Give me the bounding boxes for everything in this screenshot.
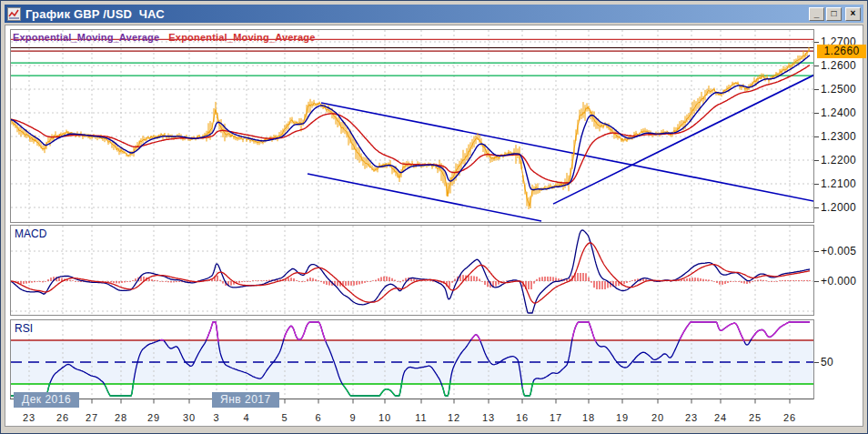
time-axis-label: 3 <box>204 412 229 423</box>
title-bar[interactable]: График GBP /USD ЧАС _ □ × <box>5 5 863 23</box>
time-axis-label: 26 <box>50 412 76 423</box>
price-axis-label: 1.2400 <box>821 106 856 119</box>
axis-tick <box>814 89 819 90</box>
time-axis-label: 18 <box>576 412 601 423</box>
close-button[interactable]: × <box>845 7 861 21</box>
current-price-tag: 1.2660 <box>817 45 866 58</box>
price-axis-label: 1.2200 <box>821 154 856 167</box>
price-axis-label: 1.2600 <box>821 59 856 72</box>
macd-axis-label: +0.000 <box>821 275 856 288</box>
month-badge-jan2017: Янв 2017 <box>212 392 279 408</box>
time-axis-label: 5 <box>272 412 298 423</box>
axis-tick <box>814 42 819 43</box>
ema-indicator-labels: Exponential_Moving_AverageExponential_Mo… <box>13 32 316 43</box>
axis-tick <box>814 207 819 208</box>
price-axis-label: 1.2300 <box>821 130 856 143</box>
macd-axis-label: +0.005 <box>821 245 856 257</box>
axis-tick <box>814 184 819 185</box>
rsi-axis-label: 50 <box>821 356 833 368</box>
minimize-button[interactable]: _ <box>809 7 824 21</box>
chart-icon <box>7 7 21 21</box>
time-axis-label: 29 <box>141 412 167 423</box>
month-badge-dec2016: Дек 2016 <box>14 392 79 408</box>
maximize-button[interactable]: □ <box>826 7 842 21</box>
time-axis-label: 25 <box>742 412 768 423</box>
window-title: График GBP /USD ЧАС <box>25 7 807 21</box>
rsi-plot[interactable] <box>10 319 814 399</box>
price-axis-label: 1.2000 <box>821 201 856 214</box>
axis-tick <box>814 251 819 252</box>
price-chart-plot[interactable] <box>10 29 814 223</box>
chart-window: График GBP /USD ЧАС _ □ × Exponential_Mo… <box>0 0 868 434</box>
time-axis-label: 19 <box>610 412 635 423</box>
axis-tick <box>814 66 819 66</box>
time-axis-label: 6 <box>306 412 331 423</box>
time-axis-label: 26 <box>777 412 802 423</box>
axis-tick <box>814 136 819 137</box>
time-axis-label: 30 <box>177 412 202 423</box>
time-axis-label: 11 <box>409 412 434 423</box>
time-axis-label: 9 <box>340 412 366 423</box>
macd-label: MACD <box>15 227 46 240</box>
window-controls: _ □ × <box>807 7 861 21</box>
axis-tick <box>814 281 819 282</box>
time-axis-label: 28 <box>108 412 134 423</box>
price-axis-label: 1.2500 <box>821 83 856 96</box>
ema-label-2: Exponential_Moving_Average <box>168 32 315 43</box>
axis-tick <box>814 113 819 114</box>
time-axis-label: 16 <box>510 412 535 423</box>
time-axis-label: 10 <box>372 412 398 423</box>
time-axis-label: 13 <box>476 412 501 423</box>
time-axis-label: 27 <box>79 412 105 423</box>
time-axis-label: 4 <box>234 412 259 423</box>
rsi-label: RSI <box>15 322 33 335</box>
time-axis-label: 12 <box>441 412 467 423</box>
time-axis-label: 17 <box>543 412 569 423</box>
time-axis-label: 23 <box>679 412 704 423</box>
time-axis-label: 24 <box>708 412 733 423</box>
axis-tick <box>814 362 819 363</box>
macd-plot[interactable] <box>10 225 814 316</box>
axis-tick <box>814 160 819 161</box>
time-axis-label: 20 <box>645 412 671 423</box>
ema-label-1: Exponential_Moving_Average <box>13 32 159 43</box>
time-axis[interactable] <box>10 395 814 406</box>
price-axis-label: 1.2100 <box>821 177 856 190</box>
time-axis-label: 23 <box>16 412 42 423</box>
